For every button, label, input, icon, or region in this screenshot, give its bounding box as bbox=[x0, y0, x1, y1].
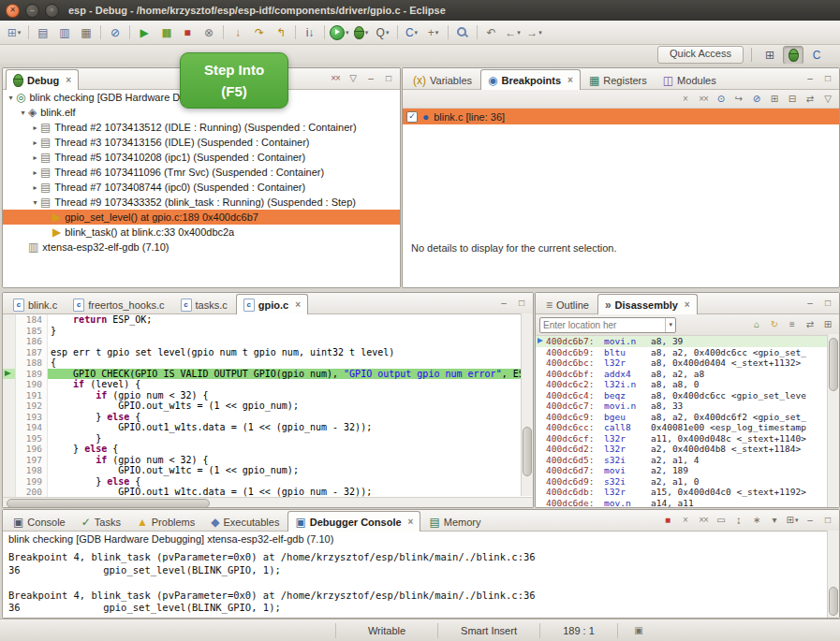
back-button[interactable]: ←▾ bbox=[503, 23, 523, 42]
new-wizard-button[interactable]: ⊞▾ bbox=[4, 23, 24, 42]
console-vertical-scrollbar[interactable] bbox=[827, 531, 839, 618]
view-menu-button[interactable]: ▽ bbox=[820, 91, 835, 107]
quick-access-button[interactable]: Quick Access bbox=[657, 46, 744, 64]
goto-file-for-breakpoint-button[interactable]: ↪ bbox=[731, 91, 746, 107]
refresh-button[interactable]: ↻ bbox=[767, 317, 782, 333]
skip-all-breakpoints-button[interactable]: ⊘ bbox=[749, 91, 764, 107]
maximize-button[interactable]: □ bbox=[820, 295, 835, 311]
window-maximize-button[interactable]: ▫ bbox=[45, 4, 59, 18]
maximize-button[interactable]: □ bbox=[820, 70, 835, 86]
expander-open-icon[interactable]: ▾ bbox=[18, 109, 28, 117]
terminate-button[interactable]: ■ bbox=[177, 23, 198, 42]
tab-debug[interactable]: Debug× bbox=[6, 69, 79, 90]
debug-tree-item[interactable]: ▸▤Thread #2 1073413512 (IDLE : Running) … bbox=[3, 120, 400, 135]
tab-breakpoints[interactable]: ◉Breakpoints× bbox=[480, 69, 581, 90]
goto-pc-button[interactable]: ⌂ bbox=[749, 317, 764, 333]
expander-open-icon[interactable]: ▾ bbox=[30, 198, 40, 207]
show-source-button[interactable]: ≡ bbox=[785, 317, 800, 333]
link-with-debug-button[interactable]: ⇄ bbox=[803, 91, 818, 107]
tab-console[interactable]: ▣Console bbox=[6, 512, 73, 531]
print-button[interactable]: ▦ bbox=[76, 23, 96, 42]
progress-button[interactable]: ▣ bbox=[631, 622, 646, 638]
minimize-button[interactable]: – bbox=[363, 70, 378, 86]
tab-registers[interactable]: ▦Registers bbox=[582, 70, 655, 89]
maximize-button[interactable]: □ bbox=[514, 295, 529, 311]
tab-tasks-c[interactable]: tasks.c bbox=[173, 295, 235, 313]
tab-memory[interactable]: ▤Memory bbox=[421, 512, 488, 531]
suspend-button[interactable]: ▮▮ bbox=[155, 23, 176, 42]
open-perspective-button[interactable]: ⊞ bbox=[759, 46, 780, 65]
skip-all-breakpoints-button[interactable]: ⊘ bbox=[105, 23, 125, 42]
debug-tree-item[interactable]: ▸▤Thread #6 1073411096 (Tmr Svc) (Suspen… bbox=[3, 165, 400, 180]
scrollbar-thumb[interactable] bbox=[523, 427, 532, 476]
minimize-button[interactable]: – bbox=[803, 70, 818, 86]
forward-button[interactable]: →▾ bbox=[524, 23, 545, 42]
tab-problems[interactable]: ▲Problems bbox=[129, 512, 202, 531]
console-output[interactable]: Breakpoint 4, blink_task (pvParameter=0x… bbox=[3, 548, 839, 619]
scroll-lock-button[interactable]: ↨ bbox=[731, 512, 746, 528]
tab-modules[interactable]: ◫Modules bbox=[656, 70, 724, 89]
collapse-all-button[interactable]: ⊟ bbox=[785, 91, 800, 107]
debug-tree-item[interactable]: ▸▤Thread #3 1073413156 (IDLE) (Suspended… bbox=[3, 135, 400, 150]
tab-variables[interactable]: (x)Variables bbox=[405, 70, 479, 89]
disassembly-vertical-scrollbar[interactable] bbox=[827, 334, 839, 507]
breakpoint-row[interactable]: ✓●blink.c [line: 36] bbox=[403, 109, 839, 124]
disassembly-listing[interactable]: 400dc6b7:movi.na8, 39400dc6b9:bltua8, a2… bbox=[536, 336, 839, 508]
pin-console-button[interactable]: ∗ bbox=[749, 512, 764, 528]
expander-closed-icon[interactable]: ▸ bbox=[30, 183, 40, 192]
chevron-down-icon[interactable]: ▾ bbox=[665, 318, 672, 332]
expander-open-icon[interactable]: ▾ bbox=[6, 94, 16, 102]
tab-blink-c[interactable]: blink.c bbox=[6, 295, 65, 313]
remove-launch-button[interactable]: × bbox=[678, 512, 693, 528]
search-button[interactable] bbox=[452, 23, 473, 42]
remove-all-terminated-button[interactable]: ×× bbox=[328, 70, 343, 86]
new-c-project-button[interactable]: C▾ bbox=[402, 23, 422, 42]
expander-closed-icon[interactable]: ▸ bbox=[30, 138, 40, 147]
save-button[interactable]: ▤ bbox=[33, 23, 53, 42]
instruction-stepping-button[interactable]: i↓ bbox=[300, 23, 320, 42]
close-icon[interactable]: × bbox=[685, 299, 690, 310]
close-icon[interactable]: × bbox=[66, 75, 71, 85]
debug-button[interactable]: ▾ bbox=[351, 23, 372, 42]
step-into-button[interactable]: ↓ bbox=[228, 23, 248, 42]
breakpoints-content[interactable]: ✓●blink.c [line: 36] No details to displ… bbox=[403, 109, 839, 254]
debug-perspective-button[interactable] bbox=[783, 46, 803, 65]
debug-tree-item[interactable]: ▸▤Thread #7 1073408744 (ipc0) (Suspended… bbox=[3, 180, 400, 195]
remove-breakpoint-button[interactable]: × bbox=[678, 91, 693, 107]
expander-closed-icon[interactable]: ▸ bbox=[30, 153, 40, 162]
debug-tree-item[interactable]: ▸▤Thread #5 1073410208 (ipc1) (Suspended… bbox=[3, 150, 400, 165]
debug-tree[interactable]: ▾◎blink checking [GDB Hardware Debugging… bbox=[3, 90, 400, 288]
scrollbar-thumb[interactable] bbox=[7, 499, 210, 508]
run-button[interactable]: ▾ bbox=[329, 23, 350, 42]
display-selected-console-button[interactable]: ▾ bbox=[767, 512, 782, 528]
minimize-button[interactable]: – bbox=[803, 295, 818, 311]
scrollbar-thumb[interactable] bbox=[829, 338, 838, 392]
open-console-button[interactable]: ⊞▾ bbox=[785, 512, 800, 528]
tab-outline[interactable]: ≡Outline bbox=[538, 295, 597, 313]
window-minimize-button[interactable]: – bbox=[25, 4, 39, 18]
breakpoint-checkbox[interactable]: ✓ bbox=[406, 111, 418, 123]
location-combo[interactable]: Enter location her ▾ bbox=[539, 317, 676, 333]
window-close-button[interactable]: ✕ bbox=[6, 4, 20, 18]
sync-active-context-button[interactable]: ⇄ bbox=[803, 317, 818, 333]
debug-tree-item[interactable]: ▶gpio_set_level() at gpio.c:189 0x400dc6… bbox=[3, 210, 400, 225]
code-editor[interactable]: 184 return ESP_OK;185}186187esp_err_t gp… bbox=[3, 314, 533, 497]
last-edit-location-button[interactable]: ↶ bbox=[481, 23, 502, 42]
step-return-button[interactable]: ↰ bbox=[271, 23, 291, 42]
resume-button[interactable]: ▶ bbox=[134, 23, 155, 42]
tab-freertos-hooks-c[interactable]: freertos_hooks.c bbox=[66, 295, 171, 313]
expander-closed-icon[interactable]: ▸ bbox=[30, 168, 40, 177]
debug-tree-item[interactable]: ▥xtensa-esp32-elf-gdb (7.10) bbox=[3, 240, 400, 255]
close-icon[interactable]: × bbox=[408, 517, 414, 527]
expand-all-button[interactable]: ⊞ bbox=[767, 91, 782, 107]
remove-all-breakpoints-button[interactable]: ×× bbox=[696, 91, 711, 107]
tab-debugger-console[interactable]: ▣Debugger Console× bbox=[287, 511, 420, 532]
debug-tree-item[interactable]: ▾▤Thread #9 1073433352 (blink_task : Run… bbox=[3, 195, 400, 210]
view-menu-button[interactable]: ▽ bbox=[346, 70, 361, 86]
close-icon[interactable]: × bbox=[295, 299, 301, 310]
maximize-button[interactable]: □ bbox=[820, 512, 835, 528]
clear-console-button[interactable]: ▭ bbox=[714, 512, 729, 528]
new-element-button[interactable]: +▾ bbox=[423, 23, 444, 42]
expander-closed-icon[interactable]: ▸ bbox=[30, 124, 40, 132]
minimize-button[interactable]: – bbox=[496, 295, 511, 311]
